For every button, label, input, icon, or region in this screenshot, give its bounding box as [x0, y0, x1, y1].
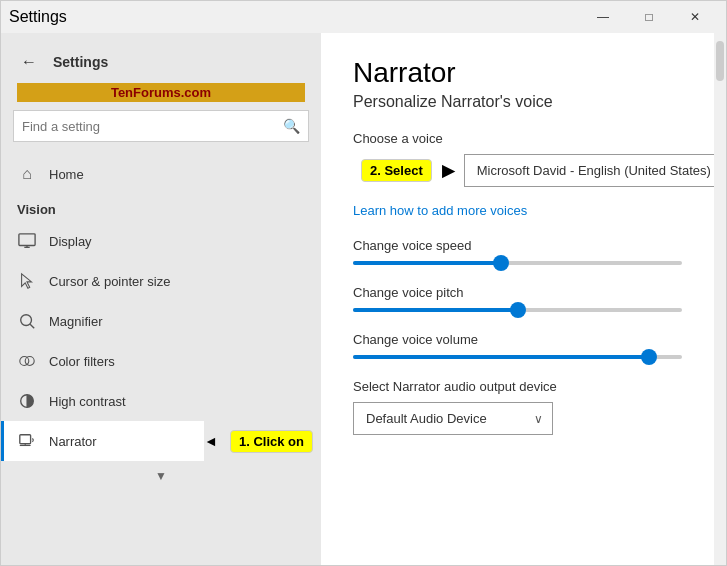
voice-pitch-fill [353, 308, 518, 312]
content-area: ← Settings TenForums.com 🔍 ⌂ Home Vision [1, 33, 726, 565]
sidebar-item-display[interactable]: Display [1, 221, 321, 261]
sidebar-item-high-contrast[interactable]: High contrast [1, 381, 321, 421]
voice-select-container: Microsoft David - English (United States… [464, 154, 714, 187]
annotation-click-on: 1. Click on [230, 430, 313, 453]
sidebar-item-home[interactable]: ⌂ Home [1, 154, 321, 194]
voice-volume-fill [353, 355, 649, 359]
high-contrast-icon [17, 391, 37, 411]
sidebar-item-magnifier-label: Magnifier [49, 314, 102, 329]
sidebar-item-display-label: Display [49, 234, 92, 249]
maximize-button[interactable]: □ [626, 1, 672, 33]
audio-output-section: Select Narrator audio output device Defa… [353, 379, 682, 435]
svg-point-3 [21, 315, 32, 326]
page-title: Narrator [353, 57, 682, 89]
annotation-select: 2. Select [361, 159, 432, 182]
sidebar-scroll-indicator: ▼ [1, 461, 321, 491]
sidebar-item-narrator-label: Narrator [49, 434, 97, 449]
watermark: TenForums.com [17, 83, 305, 102]
scroll-down-arrow: ▼ [155, 469, 167, 483]
title-bar-controls: — □ ✕ [580, 1, 718, 33]
voice-speed-section: Change voice speed [353, 238, 682, 265]
voice-speed-label: Change voice speed [353, 238, 682, 253]
voice-pitch-thumb[interactable] [510, 302, 526, 318]
audio-output-label: Select Narrator audio output device [353, 379, 682, 394]
search-box: 🔍 [13, 110, 309, 142]
settings-window: Settings — □ ✕ ← Settings TenForums.com … [0, 0, 727, 566]
main-content: Narrator Personalize Narrator's voice Ch… [321, 33, 714, 565]
voice-pitch-section: Change voice pitch [353, 285, 682, 312]
voice-volume-label: Change voice volume [353, 332, 682, 347]
magnifier-icon [17, 311, 37, 331]
svg-point-5 [20, 357, 29, 366]
audio-device-select-container: Default Audio Device ∨ [353, 402, 553, 435]
voice-volume-section: Change voice volume [353, 332, 682, 359]
svg-rect-0 [19, 234, 35, 246]
close-button[interactable]: ✕ [672, 1, 718, 33]
audio-device-select[interactable]: Default Audio Device [353, 402, 553, 435]
section-vision-label: Vision [1, 194, 321, 221]
sidebar-title: Settings [53, 54, 108, 70]
svg-point-6 [25, 357, 34, 366]
voice-pitch-track [353, 308, 682, 312]
sidebar-item-cursor-label: Cursor & pointer size [49, 274, 170, 289]
cursor-icon [17, 271, 37, 291]
voice-speed-track [353, 261, 682, 265]
voice-select[interactable]: Microsoft David - English (United States… [464, 154, 714, 187]
home-icon: ⌂ [17, 164, 37, 184]
minimize-button[interactable]: — [580, 1, 626, 33]
sidebar-item-magnifier[interactable]: Magnifier [1, 301, 321, 341]
back-button[interactable]: ← [17, 49, 41, 75]
voice-volume-track [353, 355, 682, 359]
svg-rect-9 [20, 435, 31, 444]
search-input[interactable] [22, 119, 283, 134]
sidebar-item-cursor[interactable]: Cursor & pointer size [1, 261, 321, 301]
sidebar-item-high-contrast-label: High contrast [49, 394, 126, 409]
title-bar-title: Settings [9, 8, 67, 26]
title-bar: Settings — □ ✕ [1, 1, 726, 33]
sidebar-item-color-filters-label: Color filters [49, 354, 115, 369]
sidebar-header: ← Settings [1, 33, 321, 83]
narrator-icon [17, 431, 37, 451]
search-icon: 🔍 [283, 118, 300, 134]
sidebar-item-color-filters[interactable]: Color filters [1, 341, 321, 381]
svg-line-4 [30, 324, 34, 328]
voice-volume-thumb[interactable] [641, 349, 657, 365]
voice-speed-thumb[interactable] [493, 255, 509, 271]
scrollbar-thumb[interactable] [716, 41, 724, 81]
voice-pitch-label: Change voice pitch [353, 285, 682, 300]
title-bar-left: Settings [9, 8, 67, 26]
sidebar-item-narrator[interactable]: Narrator [1, 421, 204, 461]
scrollbar[interactable] [714, 33, 726, 565]
page-subtitle: Personalize Narrator's voice [353, 93, 682, 111]
voice-speed-fill [353, 261, 501, 265]
color-filters-icon [17, 351, 37, 371]
sidebar: ← Settings TenForums.com 🔍 ⌂ Home Vision [1, 33, 321, 565]
choose-voice-label: Choose a voice [353, 131, 682, 146]
annotation-arrow: ▶ [442, 161, 454, 180]
sidebar-item-home-label: Home [49, 167, 84, 182]
learn-more-link[interactable]: Learn how to add more voices [353, 203, 682, 218]
display-icon [17, 231, 37, 251]
